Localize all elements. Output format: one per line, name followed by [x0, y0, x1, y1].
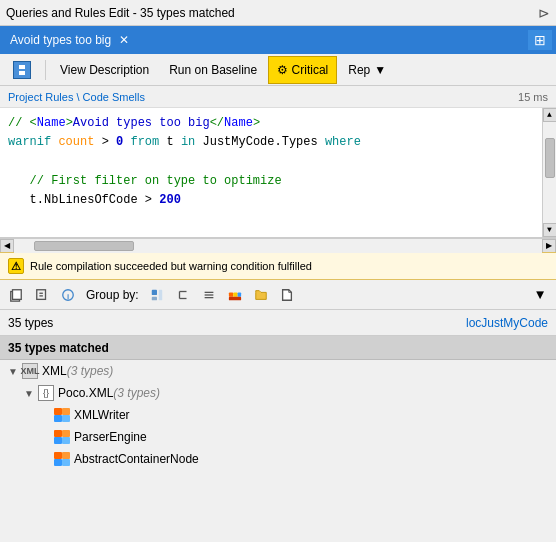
breadcrumb: Project Rules \ Code Smells: [8, 91, 145, 103]
group-icon1-button[interactable]: [145, 283, 169, 307]
file-button[interactable]: [275, 283, 299, 307]
svg-rect-26: [62, 408, 70, 415]
svg-rect-22: [229, 296, 241, 300]
svg-rect-28: [62, 415, 70, 422]
xml-folder-icon: XML: [22, 363, 38, 379]
breadcrumb-row: Project Rules \ Code Smells 15 ms: [0, 86, 556, 108]
warning-bar: ⚠ Rule compilation succeeded but warning…: [0, 252, 556, 280]
tree-arrow-empty-1: [40, 410, 54, 421]
tree-arrow-poco: ▼: [24, 388, 38, 399]
svg-rect-30: [62, 430, 70, 437]
tab-strip: Avoid types too big ✕ ⊞: [0, 26, 556, 54]
copy-button[interactable]: [4, 283, 28, 307]
results-count-row: 35 types locJustMyCode: [0, 310, 556, 336]
breadcrumb-metric: 15 ms: [518, 91, 548, 103]
svg-rect-34: [62, 452, 70, 459]
folder-button[interactable]: [249, 283, 273, 307]
separator-1: [45, 60, 46, 80]
xmlwriter-label: XMLWriter: [74, 408, 130, 422]
tab-nav-button[interactable]: ⊞: [528, 30, 552, 50]
code-line-2: warnif count > 0 from t in JustMyCode.Ty…: [8, 133, 548, 152]
run-on-baseline-button[interactable]: Run on Baseline: [160, 56, 266, 84]
scrollbar-h-track: [14, 239, 542, 253]
tree-item-xmlwriter[interactable]: XMLWriter: [0, 404, 556, 426]
code-line-3: [8, 152, 548, 171]
results-metric: locJustMyCode: [466, 316, 548, 330]
scroll-left-arrow[interactable]: ◀: [0, 239, 14, 253]
collapse-button[interactable]: [197, 283, 221, 307]
xml-label: XML: [42, 364, 67, 378]
export-button[interactable]: [30, 283, 54, 307]
tree-item-xml[interactable]: ▼ XML XML (3 types): [0, 360, 556, 382]
window-title: Queries and Rules Edit - 35 types matche…: [6, 6, 235, 20]
tree-item-poco-xml[interactable]: ▼ {} Poco.XML (3 types): [0, 382, 556, 404]
svg-rect-4: [13, 289, 22, 299]
svg-rect-33: [54, 452, 62, 459]
svg-rect-11: [151, 296, 156, 300]
poco-xml-count: (3 types): [113, 386, 160, 400]
results-count: 35 types: [8, 316, 53, 330]
svg-rect-2: [19, 71, 25, 75]
pin-icon[interactable]: ⊳: [538, 5, 550, 21]
results-toolbar: i Group by:: [0, 280, 556, 310]
code-scrollbar-horizontal[interactable]: ◀ ▶: [0, 238, 556, 252]
title-bar: Queries and Rules Edit - 35 types matche…: [0, 0, 556, 26]
toolbar: View Description Run on Baseline ⚙ Criti…: [0, 54, 556, 86]
svg-rect-29: [54, 430, 62, 437]
save-icon: [13, 61, 31, 79]
results-header: 35 types matched: [0, 336, 556, 360]
svg-rect-21: [237, 292, 241, 296]
svg-rect-1: [19, 65, 25, 69]
svg-rect-19: [229, 292, 233, 296]
tab-nav-controls: ⊞: [528, 26, 556, 54]
scroll-up-arrow[interactable]: ▲: [543, 108, 557, 122]
tab-close-button[interactable]: ✕: [117, 33, 131, 47]
scroll-down-arrow[interactable]: ▼: [543, 223, 557, 237]
xml-count: (3 types): [67, 364, 114, 378]
main-container: Queries and Rules Edit - 35 types matche…: [0, 0, 556, 542]
warning-message: Rule compilation succeeded but warning c…: [30, 260, 312, 272]
poco-icon: {}: [38, 385, 54, 401]
svg-rect-20: [233, 292, 237, 296]
results-area: 35 types matched ▼ XML XML (3 types) ▼ {…: [0, 336, 556, 542]
code-line-4: // First filter on type to optimize: [8, 172, 548, 191]
scrollbar-h-thumb[interactable]: [34, 241, 134, 251]
expand-button[interactable]: [171, 283, 195, 307]
tree-item-parserengine[interactable]: ParserEngine: [0, 426, 556, 448]
svg-rect-5: [37, 289, 46, 299]
results-expand-arrow[interactable]: ▼: [528, 283, 552, 307]
svg-rect-36: [62, 459, 70, 466]
svg-text:i: i: [67, 291, 69, 300]
svg-rect-25: [54, 408, 62, 415]
scrollbar-thumb[interactable]: [545, 138, 555, 178]
critical-button[interactable]: ⚙ Critical: [268, 56, 337, 84]
abstractcontainernode-label: AbstractContainerNode: [74, 452, 199, 466]
svg-rect-32: [62, 437, 70, 444]
class-icon-xmlwriter: [54, 407, 70, 423]
info-button[interactable]: i: [56, 283, 80, 307]
scroll-right-arrow[interactable]: ▶: [542, 239, 556, 253]
color-button[interactable]: [223, 283, 247, 307]
class-icon-abstractcontainernode: [54, 451, 70, 467]
svg-rect-35: [54, 459, 62, 466]
svg-rect-10: [151, 289, 156, 294]
class-icon-parserengine: [54, 429, 70, 445]
tab-label: Avoid types too big: [10, 33, 111, 47]
svg-rect-31: [54, 437, 62, 444]
tree-item-abstractcontainernode[interactable]: AbstractContainerNode: [0, 448, 556, 470]
code-line-5: t.NbLinesOfCode > 200: [8, 191, 548, 210]
svg-rect-12: [158, 289, 162, 300]
code-scrollbar-vertical[interactable]: ▲ ▼: [542, 108, 556, 237]
save-button[interactable]: [4, 56, 40, 84]
active-tab[interactable]: Avoid types too big ✕: [0, 26, 141, 54]
tree-arrow-empty-3: [40, 454, 54, 465]
code-line-1: // <Name>Avoid types too big</Name>: [8, 114, 548, 133]
code-editor[interactable]: // <Name>Avoid types too big</Name> warn…: [0, 108, 556, 238]
tree-arrow-empty-2: [40, 432, 54, 443]
results-list: ▼ XML XML (3 types) ▼ {} Poco.XML (3 typ…: [0, 360, 556, 470]
poco-xml-label: Poco.XML: [58, 386, 113, 400]
title-bar-controls: ⊳: [538, 5, 550, 21]
parserengine-label: ParserEngine: [74, 430, 147, 444]
rep-button[interactable]: Rep ▼: [339, 56, 395, 84]
view-description-button[interactable]: View Description: [51, 56, 158, 84]
